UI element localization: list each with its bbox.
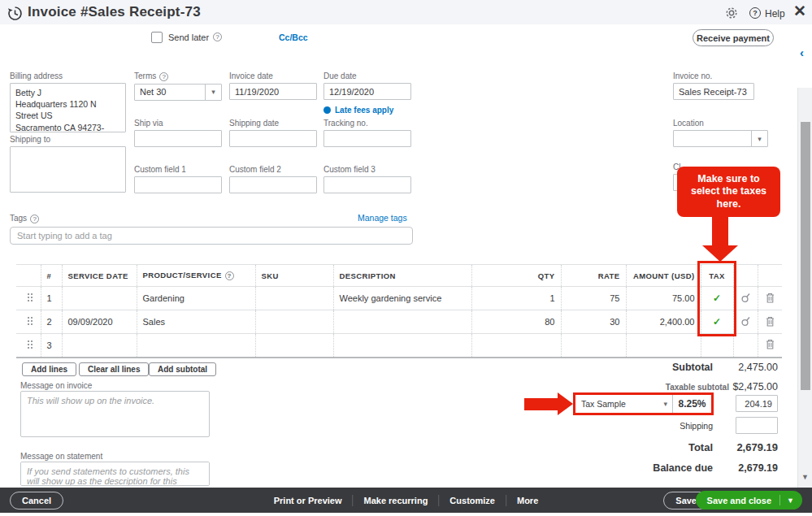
due-date-input[interactable]	[323, 83, 411, 100]
tags-help-icon[interactable]: ?	[30, 215, 39, 223]
billing-address-field: Billing address Betty J Headquarters 112…	[10, 72, 126, 132]
product-service-help-icon[interactable]: ?	[225, 271, 234, 280]
service-date-cell[interactable]	[62, 287, 137, 310]
collapse-drawer-chevron-icon[interactable]: ‹	[800, 46, 804, 59]
table-row: 2 09/09/2020 Sales 80 30 2,400.00 ✓	[16, 310, 782, 334]
tax-checkmark-icon[interactable]: ✓	[713, 316, 721, 327]
cancel-button[interactable]: Cancel	[10, 492, 63, 509]
rate-cell[interactable]: 75	[561, 287, 626, 310]
receive-payment-button[interactable]: Receive payment	[693, 29, 774, 46]
chevron-down-icon[interactable]: ▼	[779, 495, 802, 505]
qty-cell[interactable]	[471, 334, 561, 358]
qty-cell[interactable]: 80	[471, 310, 561, 334]
row-num: 2	[41, 310, 62, 334]
description-cell[interactable]: Weekly gardening service	[333, 287, 471, 310]
custom-field-3-label: Custom field 3	[323, 165, 411, 174]
rate-cell[interactable]: 30	[561, 310, 626, 334]
trash-icon[interactable]	[764, 316, 777, 327]
clear-all-lines-button[interactable]: Clear all lines	[79, 362, 149, 376]
total-label: Total	[688, 441, 713, 453]
price-rule-icon[interactable]	[740, 293, 752, 303]
price-rule-icon[interactable]	[740, 316, 752, 327]
amount-cell[interactable]: 2,400.00	[626, 310, 701, 334]
message-on-statement-input[interactable]	[20, 462, 210, 486]
service-date-cell[interactable]	[62, 334, 137, 358]
more-button[interactable]: More	[506, 496, 549, 505]
print-or-preview-button[interactable]: Print or Preview	[263, 496, 353, 505]
product-cell[interactable]: Gardening	[137, 287, 255, 310]
annotation-arrow-down-head	[702, 245, 738, 262]
trash-icon[interactable]	[764, 339, 777, 349]
ship-via-input[interactable]	[134, 130, 222, 147]
balance-due-label: Balance due	[653, 462, 713, 474]
product-cell[interactable]	[137, 334, 255, 358]
rate-cell[interactable]	[561, 334, 626, 358]
trash-icon[interactable]	[764, 293, 777, 303]
invoice-date-input[interactable]	[229, 83, 317, 100]
save-and-close-button[interactable]: Save and close ▼	[696, 491, 802, 509]
description-cell[interactable]	[333, 310, 471, 334]
tax-rate-group: Tax Sample ▾ 8.25%	[573, 392, 714, 415]
sku-cell[interactable]	[255, 287, 333, 310]
tracking-no-field: Tracking no.	[323, 119, 411, 147]
terms-label: Terms	[134, 72, 156, 80]
gear-icon[interactable]	[725, 7, 738, 20]
add-lines-button[interactable]: Add lines	[22, 362, 76, 376]
actions-cell	[733, 334, 758, 358]
amount-cell[interactable]	[626, 334, 701, 358]
product-cell[interactable]: Sales	[137, 310, 255, 334]
message-on-invoice-input[interactable]	[20, 391, 210, 437]
scrollbar-track[interactable]: ▼	[797, 88, 812, 488]
customize-button[interactable]: Customize	[439, 496, 506, 505]
billing-address-input[interactable]: Betty J Headquarters 1120 N Street US Sa…	[10, 83, 126, 132]
scrollbar-thumb[interactable]	[801, 122, 810, 390]
tracking-no-label: Tracking no.	[323, 119, 411, 128]
make-recurring-button[interactable]: Make recurring	[353, 496, 438, 505]
message-on-statement-label: Message on statement	[20, 452, 102, 461]
amount-cell[interactable]: 75.00	[626, 287, 701, 310]
tax-amount-input[interactable]	[736, 395, 778, 412]
send-later-help-icon[interactable]: ?	[213, 33, 222, 41]
send-later-checkbox[interactable]	[151, 32, 163, 43]
sku-cell[interactable]	[255, 334, 333, 358]
balance-due-value: 2,679.19	[738, 462, 778, 474]
shipping-date-input[interactable]	[229, 130, 317, 147]
sku-cell[interactable]	[255, 310, 333, 334]
custom-field-3-input[interactable]	[323, 176, 411, 193]
tags-input[interactable]	[10, 227, 413, 245]
drag-handle-icon[interactable]	[16, 287, 41, 310]
qty-cell[interactable]: 1	[471, 287, 561, 310]
annotation-arrow-down	[712, 216, 728, 245]
manage-tags-link[interactable]: Manage tags	[358, 213, 407, 223]
location-select[interactable]: ▾	[673, 130, 768, 147]
col-num: #	[41, 265, 62, 287]
service-date-cell[interactable]: 09/09/2020	[62, 310, 137, 334]
help-label[interactable]: Help	[765, 8, 785, 20]
tracking-no-input[interactable]	[323, 130, 411, 147]
shipping-to-input[interactable]	[10, 146, 126, 193]
terms-select[interactable]: Net 30 ▾	[134, 84, 222, 101]
custom-field-1-input[interactable]	[134, 176, 222, 193]
help-icon[interactable]: ?	[749, 7, 761, 19]
invoice-no-input[interactable]	[673, 83, 754, 100]
drag-handle-icon[interactable]	[16, 334, 41, 358]
description-cell[interactable]	[333, 334, 471, 358]
terms-help-icon[interactable]: ?	[159, 72, 168, 81]
chevron-down-icon: ▾	[663, 400, 672, 408]
tax-select[interactable]: Tax Sample ▾	[575, 395, 672, 413]
col-tax: TAX	[701, 265, 733, 287]
tax-cell[interactable]	[701, 334, 733, 358]
ccbcc-link[interactable]: Cc/Bcc	[279, 33, 308, 42]
tax-checkmark-icon[interactable]: ✓	[713, 293, 721, 304]
drag-handle-icon[interactable]	[16, 310, 41, 334]
terms-field: Terms? Net 30 ▾	[134, 72, 222, 101]
page-title: Invoice #Sales Receipt-73	[28, 4, 201, 20]
custom-field-2-input[interactable]	[229, 176, 317, 193]
scrollbar-down-arrow-icon[interactable]: ▼	[801, 473, 809, 481]
close-icon[interactable]: ✕	[793, 4, 806, 19]
add-subtotal-button[interactable]: Add subtotal	[149, 362, 216, 376]
billing-address-label: Billing address	[10, 72, 126, 80]
custom-field-2-label: Custom field 2	[229, 165, 317, 174]
shipping-amount-input[interactable]	[736, 417, 778, 434]
col-actions-2	[758, 265, 782, 287]
